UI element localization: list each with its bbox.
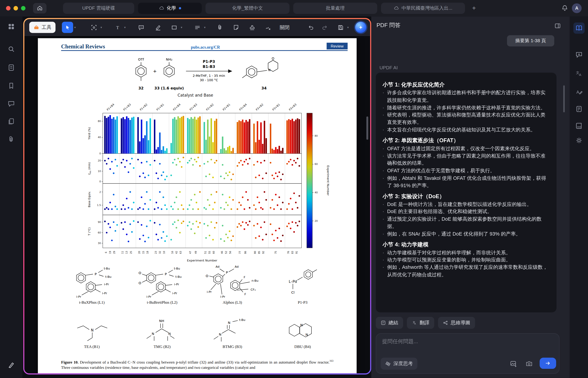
- screenshot-button[interactable]: [525, 360, 533, 367]
- group-label: i-Pr: [146, 295, 151, 298]
- ask-question-input[interactable]: [382, 338, 547, 344]
- form-dropdown[interactable]: ▾: [203, 26, 206, 29]
- atom-label: P: [165, 272, 167, 276]
- tab-updf-drive[interactable]: UPDF 雲端硬碟: [63, 2, 134, 14]
- mindmap-button[interactable]: 思維導圖: [438, 317, 475, 329]
- journal-link[interactable]: pubs.acs.org/CR: [191, 45, 220, 50]
- panel-expand-button[interactable]: [554, 23, 561, 31]
- compound-34: 34: [261, 86, 267, 90]
- save-button[interactable]: [335, 22, 346, 33]
- tab-chemistry[interactable]: 化學: [138, 2, 202, 14]
- summarize-button[interactable]: 總結: [376, 317, 403, 329]
- svg-text:42: 42: [175, 251, 178, 254]
- group-label: Ad: [235, 265, 239, 268]
- text-icon: T: [114, 24, 121, 30]
- undo-icon: [307, 24, 314, 30]
- svg-text:P3+B1: P3+B1: [272, 103, 281, 111]
- deep-think-toggle[interactable]: 深度思考: [381, 358, 417, 369]
- tab-label: 化學_繁體中文: [232, 5, 263, 12]
- account-avatar[interactable]: A: [572, 3, 582, 13]
- home-button[interactable]: [33, 3, 47, 14]
- tab-batch[interactable]: 批量處理: [293, 2, 377, 14]
- bookmarks-button[interactable]: [7, 82, 15, 90]
- comment-tool-button[interactable]: [135, 22, 146, 33]
- updf-ai-button[interactable]: [355, 22, 366, 33]
- ai-writing-button[interactable]: A: [575, 88, 583, 96]
- select-tool-button[interactable]: [62, 22, 73, 33]
- ai-bullet: ·OFAT 方法的优点在于无需数学建模，易于执行。: [382, 167, 550, 174]
- sticker-tool-button[interactable]: [230, 22, 241, 33]
- svg-text:P1+B4: P1+B4: [106, 103, 115, 111]
- attachments-button[interactable]: [7, 135, 15, 143]
- review-badge: Review: [327, 43, 347, 49]
- substituent-label: OTf: [138, 57, 144, 61]
- tab-taiwan-doc[interactable]: 中華民國臺灣地區入出...: [381, 2, 465, 14]
- ai-panel-scrollbar[interactable]: [563, 85, 565, 112]
- add-image-button[interactable]: [510, 360, 517, 367]
- left-sidebar: [0, 16, 23, 378]
- redo-button[interactable]: [319, 22, 330, 33]
- close-window-button[interactable]: [6, 6, 11, 11]
- form-tool-button[interactable]: [192, 22, 203, 33]
- oxygen-label: O: [272, 56, 274, 60]
- substituent-label: NH₂: [166, 57, 172, 61]
- atom-label: N: [301, 323, 303, 327]
- tools-label: 工具: [42, 24, 51, 30]
- ligand-name: t-BuXPhos (L1): [79, 300, 105, 304]
- svg-text:60: 60: [213, 251, 215, 254]
- maximize-window-button[interactable]: [21, 6, 26, 11]
- snapshot-dropdown[interactable]: ▾: [100, 26, 103, 29]
- updf-logo-button[interactable]: [7, 361, 15, 369]
- select-tool-dropdown[interactable]: ▾: [73, 26, 77, 29]
- annotations-button[interactable]: [7, 100, 15, 108]
- signature-tool-button[interactable]: [262, 22, 274, 33]
- page-view-button[interactable]: [575, 122, 583, 130]
- base-label: B1-B3: [202, 65, 215, 69]
- ai-answer-card: 小节 1: 化学反应优化简介·许多合成化学家在培训初期通过教科书和手册中的配方进…: [376, 73, 557, 312]
- ai-bullet: ·例如，在 SNAr 反应中，通过 DoE 优化得到了 93% 的产率。: [382, 230, 550, 238]
- shape-dropdown[interactable]: ▾: [180, 26, 183, 29]
- svg-text:63: 63: [179, 251, 182, 254]
- search-button[interactable]: [7, 45, 15, 53]
- translate-button[interactable]: 文A 翻譯: [407, 317, 434, 329]
- document-viewport[interactable]: Chemical Reviews pubs.acs.org/CR Review: [24, 36, 370, 373]
- highlighter-tool-button[interactable]: [152, 22, 164, 33]
- save-dropdown[interactable]: ▾: [346, 26, 350, 29]
- plus-sign: +: [153, 68, 157, 74]
- summary-pages-button[interactable]: 摘要第 1-38 頁: [507, 35, 554, 46]
- tools-button[interactable]: 工具: [29, 22, 55, 33]
- close-tools-button[interactable]: 關閉: [280, 24, 289, 31]
- tab-chemistry-tc[interactable]: 化學_繁體中文: [206, 2, 290, 14]
- settings-button[interactable]: [575, 136, 583, 145]
- notifications-button[interactable]: [561, 5, 569, 14]
- new-tab-button[interactable]: +: [469, 3, 479, 14]
- apps-grid-button[interactable]: [7, 23, 15, 31]
- minimize-window-button[interactable]: [14, 6, 18, 11]
- atom-label: P: [94, 272, 97, 276]
- send-button[interactable]: [540, 358, 556, 369]
- reader-mode-button[interactable]: [573, 23, 585, 34]
- form-icon: [575, 105, 583, 113]
- svg-text:19: 19: [109, 251, 111, 254]
- atom-label: P: [226, 270, 228, 274]
- svg-text:91: 91: [295, 251, 298, 254]
- svg-text:Yield (%): Yield (%): [88, 127, 91, 140]
- attach-tool-button[interactable]: [214, 22, 225, 33]
- pages-button[interactable]: [7, 117, 15, 125]
- ai-bullet: ·研究表明，模型驱动、算法驱动和微型高通量技术在反应优化方面比人类直觉更有效率。: [382, 111, 550, 126]
- form-fill-button[interactable]: [575, 105, 583, 113]
- ai-translate-button[interactable]: 文A: [575, 69, 583, 78]
- thumbnails-button[interactable]: [7, 63, 15, 72]
- shape-tool-button[interactable]: [168, 22, 180, 33]
- ai-assistant-button[interactable]: [575, 51, 583, 59]
- snapshot-tool-button[interactable]: [88, 22, 100, 33]
- ai-input-box[interactable]: 深度思考: [376, 333, 559, 374]
- action-label: 思維導圖: [451, 320, 470, 326]
- undo-button[interactable]: [305, 22, 316, 33]
- toolbox-icon: [33, 24, 39, 30]
- document-scrollbar[interactable]: [366, 117, 368, 140]
- stamp-tool-button[interactable]: [246, 22, 258, 33]
- nitrogen-label: N: [268, 68, 271, 72]
- text-tool-dropdown[interactable]: ▾: [123, 26, 127, 29]
- text-tool-button[interactable]: T: [112, 22, 123, 33]
